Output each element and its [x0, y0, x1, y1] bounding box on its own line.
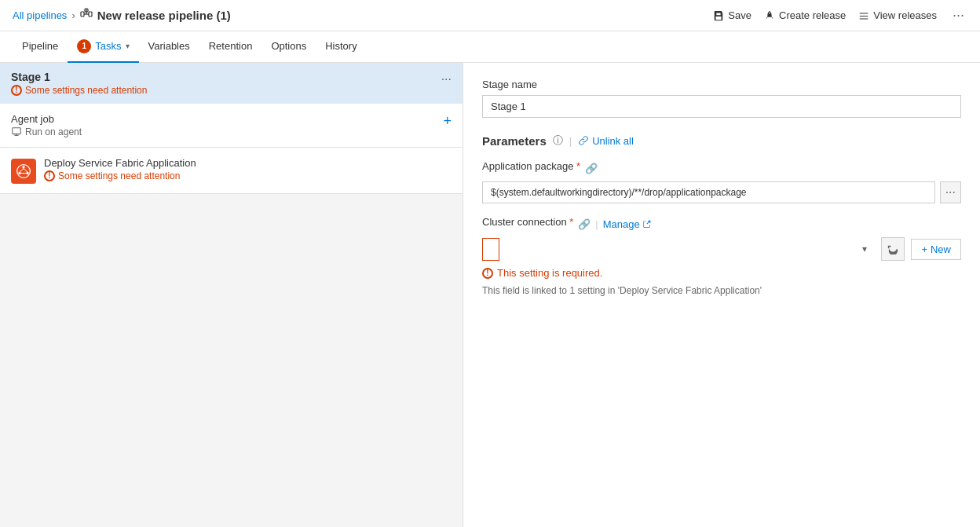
deploy-warning-icon: !: [44, 170, 55, 181]
tab-tasks-label: Tasks: [95, 40, 121, 52]
external-link-icon: [642, 220, 651, 229]
svg-line-14: [24, 169, 27, 172]
save-action[interactable]: Save: [713, 9, 751, 21]
stage-warning-icon: !: [11, 85, 22, 96]
left-panel: Stage 1 ! Some settings need attention ·…: [0, 63, 463, 527]
tab-retention-label: Retention: [209, 40, 253, 52]
new-button[interactable]: + New: [911, 239, 961, 260]
app-package-label: Application package: [482, 160, 580, 172]
manage-link[interactable]: Manage: [603, 218, 651, 230]
create-release-label: Create release: [779, 9, 846, 21]
refresh-button[interactable]: [881, 237, 905, 261]
unlink-all-label: Unlink all: [592, 135, 634, 147]
agent-icon: [11, 126, 22, 137]
main-layout: Stage 1 ! Some settings need attention ·…: [0, 63, 980, 527]
more-actions-button[interactable]: ···: [949, 7, 967, 24]
svg-rect-1: [89, 12, 92, 16]
link-icon: [578, 135, 589, 146]
stage-warning: ! Some settings need attention: [11, 85, 147, 96]
refresh-icon: [887, 243, 898, 254]
cluster-input-row: + New: [482, 237, 961, 261]
params-info-icon[interactable]: ⓘ: [553, 134, 563, 148]
agent-job-info: Agent job Run on agent: [11, 113, 82, 137]
unlink-all-button[interactable]: Unlink all: [578, 135, 634, 147]
tab-history-label: History: [325, 40, 357, 52]
required-message: ! This setting is required.: [482, 267, 961, 279]
top-bar-right: Save Create release View releases ···: [713, 7, 967, 24]
stage-name-input[interactable]: [482, 95, 961, 118]
top-bar: All pipelines › New release pipeline (1)…: [0, 0, 980, 31]
app-package-input-row: ···: [482, 181, 961, 203]
app-package-more-button[interactable]: ···: [940, 181, 961, 203]
stage-header: Stage 1 ! Some settings need attention ·…: [0, 63, 463, 104]
all-pipelines-link[interactable]: All pipelines: [13, 9, 67, 21]
params-separator: |: [569, 135, 572, 147]
app-package-input[interactable]: [482, 181, 935, 203]
create-release-action[interactable]: Create release: [764, 9, 846, 21]
deploy-task-warning: ! Some settings need attention: [44, 170, 196, 181]
rocket-icon: [764, 10, 775, 21]
cluster-conn-label: Cluster connection: [482, 216, 573, 228]
deploy-task-title: Deploy Service Fabric Application: [44, 157, 196, 169]
stage-menu-button[interactable]: ···: [441, 72, 452, 86]
deploy-warning-text: Some settings need attention: [58, 170, 180, 181]
required-icon: !: [482, 268, 493, 279]
save-icon: [713, 10, 724, 21]
tab-variables[interactable]: Variables: [139, 31, 199, 63]
tab-options[interactable]: Options: [261, 31, 316, 63]
top-bar-left: All pipelines › New release pipeline (1): [13, 8, 231, 24]
cluster-connection-select[interactable]: [482, 238, 499, 261]
agent-job-title: Agent job: [11, 113, 82, 125]
cluster-select-wrapper: [482, 238, 875, 261]
params-header: Parameters ⓘ | Unlink all: [482, 134, 961, 148]
tasks-warning-badge: 1: [77, 39, 91, 53]
tab-variables-label: Variables: [148, 40, 190, 52]
params-title: Parameters: [482, 134, 547, 148]
agent-job-subtitle: Run on agent: [11, 126, 82, 137]
service-fabric-icon: [11, 159, 36, 184]
tab-pipeline-label: Pipeline: [22, 40, 58, 52]
right-panel: Stage name Parameters ⓘ | Unlink all App…: [463, 63, 980, 527]
cluster-link-icon[interactable]: 🔗: [578, 218, 591, 230]
new-btn-label: New: [931, 243, 951, 255]
svg-line-13: [20, 169, 24, 172]
tab-options-label: Options: [271, 40, 306, 52]
manage-label: Manage: [603, 218, 640, 230]
stage-title: Stage 1: [11, 71, 147, 83]
svg-rect-0: [81, 12, 84, 16]
agent-job-subtitle-text: Run on agent: [25, 126, 82, 137]
new-btn-plus: +: [921, 243, 927, 255]
deploy-task-row[interactable]: Deploy Service Fabric Application ! Some…: [0, 148, 463, 194]
view-releases-label: View releases: [873, 9, 937, 21]
tab-tasks[interactable]: 1 Tasks ▾: [68, 31, 138, 63]
pipeline-title: New release pipeline (1): [97, 9, 231, 22]
svg-rect-6: [13, 128, 21, 134]
save-label: Save: [728, 9, 751, 21]
agent-job-row: Agent job Run on agent +: [0, 104, 463, 148]
pipeline-icon: [80, 8, 93, 24]
app-package-row: Application package 🔗: [482, 160, 961, 177]
breadcrumb-separator: ›: [71, 9, 75, 21]
stage-name-label: Stage name: [482, 79, 961, 90]
add-task-button[interactable]: +: [443, 113, 452, 130]
deploy-task-info: Deploy Service Fabric Application ! Some…: [44, 157, 196, 181]
svg-point-10: [22, 166, 24, 168]
tab-history[interactable]: History: [316, 31, 366, 63]
required-text: This setting is required.: [497, 267, 602, 279]
cluster-conn-row: Cluster connection 🔗 | Manage: [482, 216, 961, 232]
stage-info: Stage 1 ! Some settings need attention: [11, 71, 147, 96]
app-package-link-icon[interactable]: 🔗: [585, 163, 598, 174]
view-releases-action[interactable]: View releases: [858, 9, 937, 21]
linked-message: This field is linked to 1 setting in 'De…: [482, 285, 961, 296]
stage-warning-text: Some settings need attention: [25, 85, 147, 96]
list-icon: [858, 10, 869, 21]
tab-retention[interactable]: Retention: [199, 31, 262, 63]
nav-tabs: Pipeline 1 Tasks ▾ Variables Retention O…: [0, 31, 980, 63]
cluster-separator: |: [595, 218, 598, 230]
tab-pipeline[interactable]: Pipeline: [13, 31, 68, 63]
fabric-svg: [16, 163, 31, 179]
